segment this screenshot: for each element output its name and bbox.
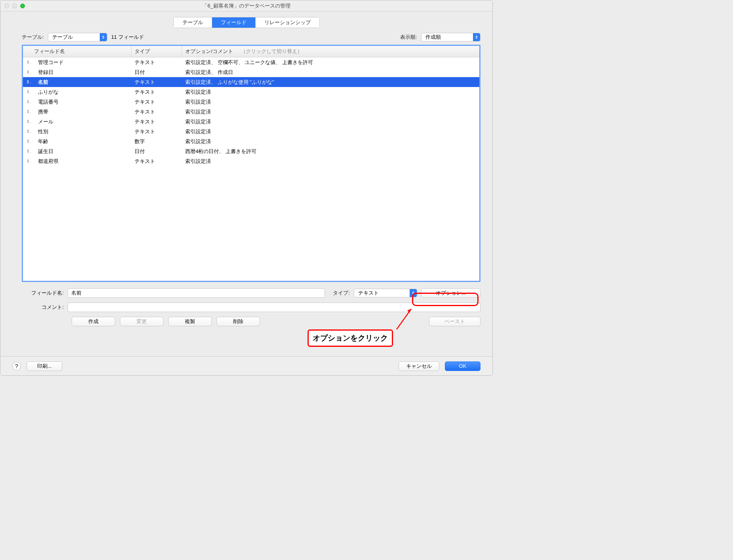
field-name-input[interactable] <box>68 288 325 298</box>
field-type-cell: テキスト <box>131 128 182 135</box>
field-options-cell: 索引設定済、 ふりがな使用 "ふりがな" <box>182 79 479 86</box>
drag-handle-icon[interactable]: ⇕ <box>23 79 31 85</box>
print-button[interactable]: 印刷... <box>27 361 62 371</box>
field-name-cell: 都道府県 <box>31 158 131 165</box>
field-name-cell: 管理コード <box>31 59 131 66</box>
tab-relations[interactable]: リレーションシップ <box>256 17 319 28</box>
table-row[interactable]: ⇕ふりがなテキスト索引設定済 <box>23 87 479 97</box>
cancel-button[interactable]: キャンセル <box>399 361 439 371</box>
field-name-cell: 携帯 <box>31 108 131 115</box>
table-row[interactable]: ⇕年齢数字索引設定済 <box>23 136 479 146</box>
table-row[interactable]: ⇕管理コードテキスト索引設定済、 空欄不可、 ユニークな値、 上書きを許可 <box>23 57 479 67</box>
window-title: 「6_顧客名簿」のデータベースの管理 <box>0 2 492 9</box>
tab-bar: テーブル フィールド リレーションシップ <box>0 11 492 32</box>
field-options-cell: 索引設定済 <box>182 128 479 135</box>
field-name-cell: 年齢 <box>31 138 131 145</box>
table-row[interactable]: ⇕メールテキスト索引設定済 <box>23 117 479 127</box>
drag-handle-icon[interactable]: ⇕ <box>23 139 31 144</box>
field-type-label: タイプ: <box>333 289 350 297</box>
field-type-cell: 日付 <box>131 69 182 76</box>
drag-handle-icon[interactable]: ⇕ <box>23 89 31 95</box>
field-type-cell: テキスト <box>131 118 182 125</box>
field-type-cell: 数字 <box>131 138 182 145</box>
bottom-bar: ? 印刷... キャンセル OK <box>0 356 492 375</box>
field-options-cell: 索引設定済 <box>182 89 479 96</box>
col-type[interactable]: タイプ <box>131 46 182 57</box>
table-row[interactable]: ⇕携帯テキスト索引設定済 <box>23 107 479 117</box>
field-name-cell: 名前 <box>31 79 131 86</box>
table-row[interactable]: ⇕都道府県テキスト索引設定済 <box>23 156 479 166</box>
svg-marker-1 <box>407 309 411 313</box>
field-options-cell: 索引設定済 <box>182 158 479 165</box>
drag-handle-icon[interactable]: ⇕ <box>23 129 31 134</box>
tab-fields[interactable]: フィールド <box>212 17 256 28</box>
field-name-cell: 性別 <box>31 128 131 135</box>
field-options-cell: 索引設定済 <box>182 98 479 106</box>
sort-select[interactable]: 作成順 <box>421 33 480 42</box>
annotation-arrow-icon <box>395 306 418 333</box>
drag-handle-icon[interactable]: ⇕ <box>23 149 31 154</box>
field-options-cell: 索引設定済、 作成日 <box>182 69 479 76</box>
table-header: フィールド名 タイプ オプション/コメント （クリックして切り替え） <box>23 46 479 57</box>
field-type-value: テキスト <box>358 289 379 297</box>
table-body: ⇕管理コードテキスト索引設定済、 空欄不可、 ユニークな値、 上書きを許可⇕登録… <box>23 57 479 166</box>
field-options-cell: 索引設定済、 空欄不可、 ユニークな値、 上書きを許可 <box>182 59 479 66</box>
field-type-cell: 日付 <box>131 148 182 155</box>
chevron-updown-icon <box>473 33 480 41</box>
create-button[interactable]: 作成 <box>72 317 115 326</box>
table-row[interactable]: ⇕誕生日日付西暦4桁の日付、 上書きを許可 <box>23 146 479 156</box>
drag-handle-icon[interactable]: ⇕ <box>23 119 31 124</box>
drag-handle-icon[interactable]: ⇕ <box>23 70 31 75</box>
table-controls: テーブル: テーブル 11 フィールド 表示順: 作成順 <box>0 32 492 45</box>
ok-button[interactable]: OK <box>445 361 480 371</box>
col-hint: （クリックして切り替え） <box>241 48 302 54</box>
table-row[interactable]: ⇕名前テキスト索引設定済、 ふりがな使用 "ふりがな" <box>23 77 479 87</box>
field-options-cell: 索引設定済 <box>182 108 479 115</box>
comment-label: コメント: <box>4 304 64 311</box>
table-select-value: テーブル <box>52 34 73 41</box>
field-type-cell: テキスト <box>131 98 182 106</box>
sort-select-value: 作成順 <box>425 34 441 41</box>
field-type-cell: テキスト <box>131 59 182 66</box>
field-type-cell: テキスト <box>131 108 182 115</box>
chevron-updown-icon <box>100 33 107 41</box>
field-options-cell: 索引設定済 <box>182 118 479 125</box>
field-count: 11 フィールド <box>111 34 144 41</box>
sort-label: 表示順: <box>400 34 417 41</box>
tab-tables[interactable]: テーブル <box>174 17 212 28</box>
table-label: テーブル: <box>22 34 44 41</box>
paste-button[interactable]: ペースト <box>429 317 480 326</box>
delete-button[interactable]: 削除 <box>216 317 260 326</box>
field-type-cell: テキスト <box>131 89 182 96</box>
field-name-cell: 登録日 <box>31 69 131 76</box>
field-options-cell: 索引設定済 <box>182 138 479 145</box>
change-button[interactable]: 変更 <box>120 317 163 326</box>
annotation-label: オプションをクリック <box>308 329 393 347</box>
drag-handle-icon[interactable]: ⇕ <box>23 109 31 114</box>
field-type-cell: テキスト <box>131 79 182 86</box>
col-options[interactable]: オプション/コメント （クリックして切り替え） <box>182 46 479 57</box>
titlebar: 「6_顧客名簿」のデータベースの管理 <box>0 0 492 11</box>
annotation-highlight <box>412 293 479 306</box>
drag-handle-icon[interactable]: ⇕ <box>23 159 31 164</box>
help-button[interactable]: ? <box>12 362 21 371</box>
table-row[interactable]: ⇕電話番号テキスト索引設定済 <box>23 97 479 107</box>
field-name-cell: 電話番号 <box>31 98 131 106</box>
field-name-cell: ふりがな <box>31 89 131 96</box>
field-name-cell: 誕生日 <box>31 148 131 155</box>
table-row[interactable]: ⇕性別テキスト索引設定済 <box>23 127 479 136</box>
drag-handle-icon[interactable]: ⇕ <box>23 60 31 65</box>
table-row[interactable]: ⇕登録日日付索引設定済、 作成日 <box>23 67 479 77</box>
field-type-cell: テキスト <box>131 158 182 165</box>
field-name-label: フィールド名: <box>4 289 64 297</box>
field-table[interactable]: フィールド名 タイプ オプション/コメント （クリックして切り替え） ⇕管理コー… <box>22 45 480 282</box>
drag-handle-icon[interactable]: ⇕ <box>23 99 31 104</box>
field-name-cell: メール <box>31 118 131 125</box>
col-name[interactable]: フィールド名 <box>31 46 131 57</box>
field-type-select[interactable]: テキスト <box>354 289 417 297</box>
field-options-cell: 西暦4桁の日付、 上書きを許可 <box>182 148 479 155</box>
duplicate-button[interactable]: 複製 <box>168 317 212 326</box>
table-select[interactable]: テーブル <box>48 33 107 42</box>
